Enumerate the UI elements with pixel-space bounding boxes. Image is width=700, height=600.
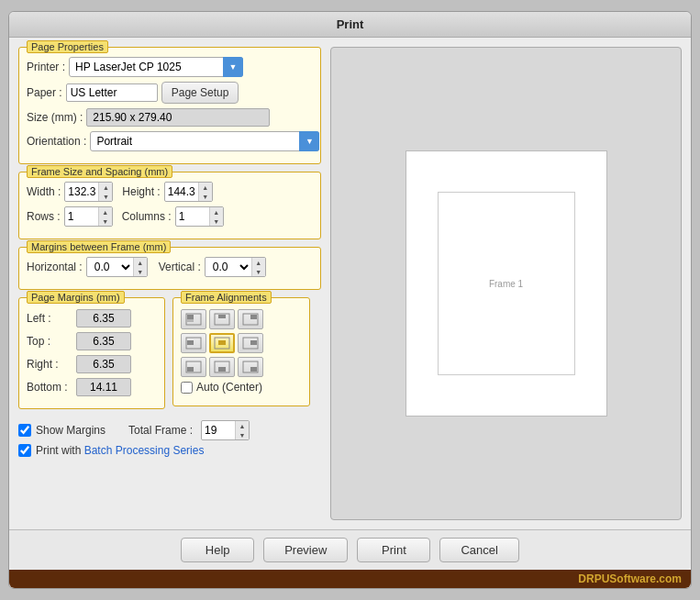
dialog-titlebar: Print — [9, 12, 691, 38]
width-input[interactable] — [65, 183, 98, 200]
drpu-label: DRPUSoftware.com — [578, 572, 682, 585]
alignment-grid-row1 — [181, 309, 302, 329]
page-properties-group: Page Properties Printer : HP LaserJet CP… — [18, 47, 321, 164]
horizontal-spin-down[interactable]: ▼ — [134, 267, 147, 276]
total-frame-label: Total Frame : — [128, 424, 193, 437]
left-label: Left : — [27, 312, 72, 325]
horizontal-spin-up[interactable]: ▲ — [134, 258, 147, 267]
align-top-right[interactable] — [238, 309, 263, 329]
total-frame-input[interactable] — [202, 422, 235, 439]
bottom-value: 14.11 — [76, 378, 131, 396]
total-frame-spinbox: ▲ ▼ — [201, 420, 250, 440]
rows-label: Rows : — [27, 210, 61, 223]
drpu-bar: DRPUSoftware.com — [9, 570, 691, 588]
svg-rect-9 — [187, 340, 194, 345]
vertical-select[interactable]: 0.0 — [206, 258, 251, 276]
align-mid-center[interactable] — [209, 333, 235, 353]
frame-size-content: Width : ▲ ▼ Height : ▲ — [27, 182, 313, 227]
bottom-row: Bottom : 14.11 — [27, 378, 157, 396]
align-mid-right-icon — [242, 337, 259, 350]
align-mid-right[interactable] — [238, 333, 263, 353]
show-margins-checkbox[interactable] — [18, 424, 31, 437]
svg-rect-1 — [187, 315, 194, 319]
frame-label: Frame 1 — [489, 279, 523, 289]
frame-box: Frame 1 — [438, 192, 575, 375]
help-button[interactable]: Help — [181, 538, 254, 562]
page-properties-title: Page Properties — [27, 40, 108, 53]
paper-input[interactable] — [66, 83, 158, 102]
page-setup-button[interactable]: Page Setup — [161, 82, 239, 104]
left-row: Left : 6.35 — [27, 309, 157, 328]
height-spin-buttons: ▲ ▼ — [198, 183, 212, 201]
svg-rect-11 — [218, 340, 226, 345]
batch-checkbox[interactable] — [18, 444, 31, 457]
rows-spin-buttons: ▲ ▼ — [98, 207, 112, 226]
auto-center-label: Auto (Center) — [196, 381, 262, 394]
horizontal-spin-btns: ▲ ▼ — [133, 258, 147, 276]
align-bot-right[interactable] — [238, 357, 263, 377]
height-spinbox: ▲ ▼ — [164, 182, 213, 202]
right-row: Right : 6.35 — [27, 355, 157, 373]
align-mid-center-icon — [214, 337, 230, 350]
align-mid-left-icon — [185, 337, 202, 350]
horizontal-label: Horizontal : — [27, 261, 83, 273]
printer-select[interactable]: HP LaserJet CP 1025 — [69, 57, 243, 77]
page-preview: Frame 1 — [406, 150, 607, 417]
show-margins-section: Show Margins Total Frame : ▲ ▼ Print wit… — [18, 420, 321, 461]
svg-rect-15 — [187, 367, 194, 372]
rows-input[interactable] — [65, 208, 98, 225]
vertical-spin-down[interactable]: ▼ — [252, 267, 265, 276]
align-top-center[interactable] — [209, 309, 235, 329]
vertical-spin-btns: ▲ ▼ — [251, 258, 265, 276]
align-top-center-icon — [214, 313, 230, 326]
svg-rect-7 — [250, 315, 257, 319]
rows-spin-up[interactable]: ▲ — [99, 207, 112, 217]
preview-button[interactable]: Preview — [263, 538, 348, 562]
batch-row: Print with Batch Processing Series — [18, 444, 321, 457]
size-row: Size (mm) : 215.90 x 279.40 — [27, 108, 313, 127]
align-top-left-icon — [185, 313, 202, 326]
total-frame-spin-down[interactable]: ▼ — [236, 430, 249, 439]
frame-size-group: Frame Size and Spacing (mm) Width : ▲ ▼ … — [18, 172, 321, 239]
align-bot-center[interactable] — [209, 357, 235, 377]
rows-columns-row: Rows : ▲ ▼ Columns : ▲ — [27, 206, 313, 227]
columns-input[interactable] — [176, 208, 209, 225]
print-button[interactable]: Print — [357, 538, 430, 562]
align-mid-left[interactable] — [181, 333, 206, 353]
total-frame-spin-up[interactable]: ▲ — [236, 421, 249, 430]
height-spin-up[interactable]: ▲ — [199, 183, 212, 192]
paper-label: Paper : — [27, 86, 62, 99]
columns-spin-down[interactable]: ▼ — [210, 217, 223, 226]
cancel-button[interactable]: Cancel — [439, 538, 518, 562]
size-label: Size (mm) : — [27, 111, 83, 124]
batch-label: Print with Batch Processing Series — [36, 444, 204, 457]
frame-size-title: Frame Size and Spacing (mm) — [27, 165, 172, 178]
show-margins-row: Show Margins Total Frame : ▲ ▼ — [18, 420, 321, 440]
columns-spin-up[interactable]: ▲ — [210, 207, 223, 217]
vertical-dropdown: 0.0 ▲ ▼ — [205, 257, 266, 277]
height-spin-down[interactable]: ▼ — [199, 192, 212, 201]
align-top-left[interactable] — [181, 309, 206, 329]
width-spinbox: ▲ ▼ — [64, 182, 113, 202]
vertical-spin-up[interactable]: ▲ — [252, 258, 265, 267]
width-spin-up[interactable]: ▲ — [99, 183, 112, 192]
rows-spin-down[interactable]: ▼ — [99, 217, 112, 226]
left-panel: Page Properties Printer : HP LaserJet CP… — [18, 47, 321, 520]
printer-row: Printer : HP LaserJet CP 1025 ▼ — [27, 57, 313, 77]
align-bot-left[interactable] — [181, 357, 206, 377]
width-spin-down[interactable]: ▼ — [99, 192, 112, 201]
frame-alignments-title: Frame Alignments — [181, 291, 272, 304]
margins-between-group: Margins between Frame (mm) Horizontal : … — [18, 247, 321, 290]
width-height-row: Width : ▲ ▼ Height : ▲ — [27, 182, 313, 202]
page-margins-group: Page Margins (mm) Left : 6.35 Top : 6.35… — [18, 297, 165, 409]
svg-rect-5 — [218, 315, 226, 318]
rows-spinbox: ▲ ▼ — [64, 206, 113, 227]
auto-center-checkbox[interactable] — [181, 382, 193, 394]
horizontal-select[interactable]: 0.0 — [87, 258, 133, 276]
orientation-select[interactable]: Portrait — [90, 131, 319, 151]
alignment-grid-row2 — [181, 333, 302, 353]
align-bot-right-icon — [242, 361, 259, 373]
printer-label: Printer : — [27, 61, 65, 73]
height-input[interactable] — [165, 183, 198, 200]
orientation-label: Orientation : — [27, 135, 86, 148]
